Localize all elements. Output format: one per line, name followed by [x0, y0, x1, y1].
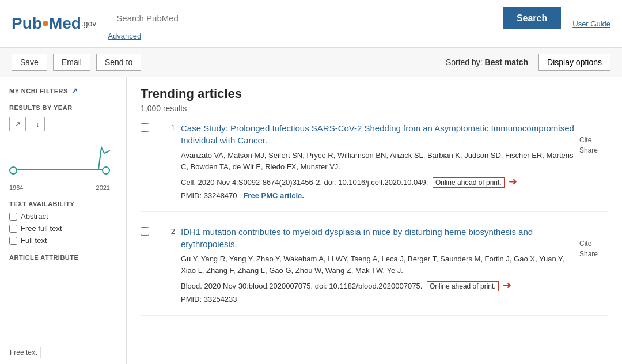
free-full-text-label[interactable]: Free full text	[21, 224, 62, 233]
slider-track	[9, 169, 110, 170]
article-2-journal: Blood. 2020 Nov 30:blood.2020007075. doi…	[181, 278, 579, 293]
red-arrow-2: ➜	[503, 279, 511, 291]
article-1-free-pmc: Free PMC article.	[243, 191, 304, 200]
article-2-body: IDH1 mutation contributes to myeloid dys…	[181, 226, 579, 304]
article-1-authors: Avanzato VA, Matson MJ, Seifert SN, Pryc…	[181, 150, 579, 172]
red-arrow-1: ➜	[509, 176, 517, 187]
results-heading: Trending articles	[141, 86, 608, 101]
abstract-checkbox[interactable]	[9, 213, 17, 221]
toolbar: Save Email Send to Sorted by: Best match…	[0, 48, 622, 77]
article-1-cite-label[interactable]: Cite	[579, 136, 608, 144]
email-button[interactable]: Email	[53, 54, 90, 71]
article-2: 2 IDH1 mutation contributes to myeloid d…	[141, 226, 608, 316]
free-text-label: Free text	[6, 347, 41, 358]
export-icon[interactable]: ↗	[71, 86, 78, 95]
search-bar: Search	[108, 7, 561, 29]
article-1-body: Case Study: Prolonged Infectious SARS-Co…	[181, 122, 579, 200]
article-1-checkbox[interactable]	[141, 123, 149, 132]
article-1-number: 1	[158, 122, 181, 200]
abstract-label[interactable]: Abstract	[21, 212, 48, 221]
sidebar: MY NCBI FILTERS ↗ RESULTS BY YEAR ↗ ↓	[0, 77, 127, 364]
logo-gov-text: .gov	[81, 19, 96, 28]
results-count: 1,000 results	[141, 104, 608, 113]
search-button[interactable]: Search	[503, 7, 561, 29]
results-by-year-label: RESULTS BY YEAR	[9, 104, 73, 111]
slider-left[interactable]	[9, 166, 17, 175]
article-1-checkbox-col	[141, 122, 158, 200]
text-availability-label: TEXT AVAILABILITY	[9, 200, 117, 207]
results-panel: Trending articles 1,000 results 1 Case S…	[127, 77, 622, 364]
article-2-title[interactable]: IDH1 mutation contributes to myeloid dys…	[181, 226, 579, 250]
logo-pub-text: Pub	[12, 14, 42, 33]
article-1-pmid: PMID: 33248470 Free PMC article.	[181, 191, 579, 200]
article-1-title[interactable]: Case Study: Prolonged Infectious SARS-Co…	[181, 122, 579, 146]
article-1: 1 Case Study: Prolonged Infectious SARS-…	[141, 122, 608, 212]
free-full-text-checkbox[interactable]	[9, 225, 17, 233]
my-ncbi-filters-section: MY NCBI FILTERS ↗	[9, 86, 117, 95]
advanced-link[interactable]: Advanced	[108, 32, 561, 40]
sorted-by-label: Sorted by: Best match	[446, 58, 528, 67]
article-2-share-label[interactable]: Share	[579, 250, 608, 258]
article-1-share-label[interactable]: Share	[579, 146, 608, 154]
logo-dot	[43, 21, 48, 26]
article-2-authors: Gu Y, Yang R, Yang Y, Zhao Y, Wakeham A,…	[181, 253, 579, 276]
expand-chart-button[interactable]: ↗	[9, 117, 26, 131]
article-1-journal: Cell. 2020 Nov 4:S0092-8674(20)31456-2. …	[181, 174, 579, 189]
year-chart-buttons: ↗ ↓	[9, 117, 117, 131]
full-text-checkbox[interactable]	[9, 237, 17, 245]
article-2-cite-share: Cite Share	[579, 226, 608, 304]
article-2-online-badge: Online ahead of print.	[427, 281, 499, 291]
article-2-checkbox-col	[141, 226, 158, 304]
my-ncbi-filters-label: MY NCBI FILTERS	[9, 88, 68, 94]
logo-med-text: Med	[49, 14, 81, 33]
article-attribute-section: ARTICLE ATTRIBUTE	[9, 254, 117, 261]
search-input[interactable]	[108, 7, 503, 29]
article-1-online-badge: Online ahead of print.	[433, 177, 505, 188]
filter-full-text: Full text	[9, 236, 117, 245]
filter-free-full-text: Free full text	[9, 224, 117, 233]
download-chart-button[interactable]: ↓	[31, 117, 45, 131]
year-end: 2021	[96, 184, 110, 191]
save-button[interactable]: Save	[12, 54, 47, 71]
filter-abstract: Abstract	[9, 212, 117, 221]
logo: PubMed.gov	[12, 14, 96, 33]
header: PubMed.gov Search Advanced User Guide	[0, 0, 622, 48]
display-options-button[interactable]: Display options	[538, 54, 610, 71]
year-chart-area: ↗ ↓ 1964 2021	[9, 117, 117, 191]
results-by-year-section: RESULTS BY YEAR	[9, 104, 117, 111]
article-2-number: 2	[158, 226, 181, 304]
article-2-cite-label[interactable]: Cite	[579, 240, 608, 248]
year-start: 1964	[9, 184, 23, 191]
main-layout: MY NCBI FILTERS ↗ RESULTS BY YEAR ↗ ↓	[0, 77, 622, 364]
article-attribute-label: ARTICLE ATTRIBUTE	[9, 254, 117, 261]
send-to-button[interactable]: Send to	[96, 54, 141, 71]
slider-right[interactable]	[102, 166, 110, 175]
full-text-label[interactable]: Full text	[21, 236, 47, 245]
year-chart-svg	[9, 136, 110, 170]
text-availability-section: TEXT AVAILABILITY Abstract Free full tex…	[9, 200, 117, 245]
article-2-checkbox[interactable]	[141, 227, 149, 236]
article-1-cite-share: Cite Share	[579, 122, 608, 200]
year-chart-container	[9, 136, 110, 182]
user-guide-link[interactable]: User Guide	[572, 20, 610, 28]
year-labels: 1964 2021	[9, 184, 110, 191]
article-2-pmid: PMID: 33254233	[181, 295, 579, 304]
